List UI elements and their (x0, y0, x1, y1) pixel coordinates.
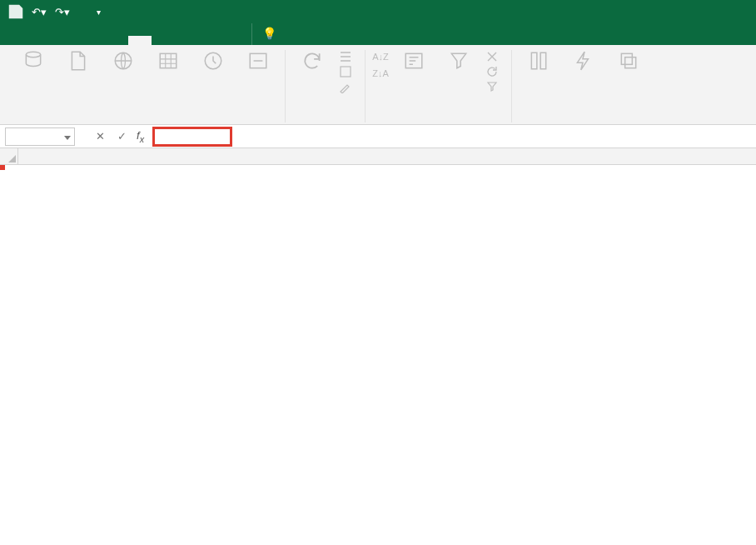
edit-icon (339, 80, 352, 93)
svg-rect-5 (341, 67, 351, 77)
link-icon (247, 50, 269, 72)
properties-button[interactable] (339, 65, 356, 78)
svg-rect-9 (621, 53, 632, 64)
from-web-button[interactable] (105, 50, 142, 75)
sort-asc-button[interactable]: A↓Z (374, 50, 387, 63)
tab-developer[interactable] (198, 36, 221, 45)
tab-data[interactable] (128, 36, 152, 45)
tab-review[interactable] (152, 36, 175, 45)
group-get-transform (7, 50, 286, 122)
tab-home[interactable] (35, 36, 58, 45)
worksheet-grid[interactable] (0, 148, 756, 165)
existing-connections-button[interactable] (240, 50, 276, 75)
clock-icon (202, 50, 224, 72)
funnel-icon (448, 50, 470, 72)
cancel-formula-icon[interactable]: ✕ (93, 130, 107, 143)
undo-icon[interactable]: ↶▾ (30, 2, 48, 21)
column-headers (0, 148, 756, 165)
ribbon-tabs: 💡 (0, 23, 756, 45)
formula-bar: ✕ ✓ fx (0, 125, 756, 148)
quick-access-toolbar: ↶▾ ↷▾ ▾ (7, 2, 107, 21)
clear-button[interactable] (485, 50, 503, 63)
lightbulb-icon: 💡 (262, 27, 276, 40)
select-all-corner[interactable] (0, 148, 18, 164)
sort-icon (403, 50, 425, 72)
recent-sources-button[interactable] (195, 50, 231, 75)
tab-insert[interactable] (58, 36, 82, 45)
flash-fill-button[interactable] (565, 50, 602, 75)
database-icon (22, 50, 44, 72)
svg-rect-2 (160, 53, 177, 68)
redo-icon[interactable]: ↷▾ (53, 2, 72, 21)
table-icon (157, 50, 179, 72)
save-icon[interactable] (7, 2, 25, 21)
text-to-columns-button[interactable] (520, 50, 557, 75)
reapply-icon (485, 65, 499, 78)
globe-icon (112, 50, 134, 72)
sort-desc-icon: Z↓A (374, 67, 387, 80)
advanced-icon (485, 80, 499, 93)
get-data-button[interactable] (15, 50, 52, 75)
group-data-tools (512, 50, 655, 122)
highlight-row3 (0, 165, 5, 170)
group-sort-filter: A↓Z Z↓A (366, 50, 512, 122)
filter-button[interactable] (440, 50, 477, 75)
group-queries-connections (286, 50, 366, 122)
tell-me-search[interactable]: 💡 (251, 22, 291, 45)
group-label (582, 111, 584, 122)
clear-icon (485, 50, 499, 63)
title-bar: ↶▾ ↷▾ ▾ (0, 0, 756, 23)
tab-view[interactable] (175, 36, 198, 45)
reapply-button[interactable] (485, 65, 503, 78)
sort-desc-button[interactable]: Z↓A (374, 67, 387, 80)
fx-icon[interactable]: fx (137, 129, 144, 144)
refresh-icon (301, 50, 323, 72)
formula-input-highlight (152, 127, 232, 147)
tab-file[interactable] (7, 36, 35, 45)
ribbon: A↓Z Z↓A (0, 45, 756, 125)
sort-asc-icon: A↓Z (374, 50, 387, 63)
sort-button[interactable] (395, 50, 432, 75)
svg-point-0 (26, 52, 40, 57)
svg-rect-10 (625, 58, 636, 68)
enter-formula-icon[interactable]: ✓ (115, 130, 128, 143)
remove-duplicates-button[interactable] (610, 50, 647, 75)
svg-rect-7 (531, 52, 537, 69)
advanced-button[interactable] (485, 80, 503, 93)
file-text-icon (67, 50, 89, 72)
properties-icon (339, 65, 352, 78)
svg-rect-8 (540, 52, 546, 69)
refresh-all-button[interactable] (294, 50, 331, 75)
flash-icon (573, 50, 594, 72)
from-text-csv-button[interactable] (60, 50, 97, 75)
from-table-range-button[interactable] (150, 50, 187, 75)
qat-customize-icon[interactable]: ▾ (89, 2, 107, 21)
edit-links-button[interactable] (339, 80, 356, 93)
duplicates-icon (618, 50, 639, 72)
tab-help[interactable] (221, 36, 245, 45)
queries-connections-button[interactable] (339, 50, 356, 63)
name-box[interactable] (5, 128, 75, 146)
columns-icon (528, 50, 550, 72)
list-icon (339, 50, 352, 63)
tab-page-layout[interactable] (82, 36, 105, 45)
tab-formulas[interactable] (105, 36, 128, 45)
